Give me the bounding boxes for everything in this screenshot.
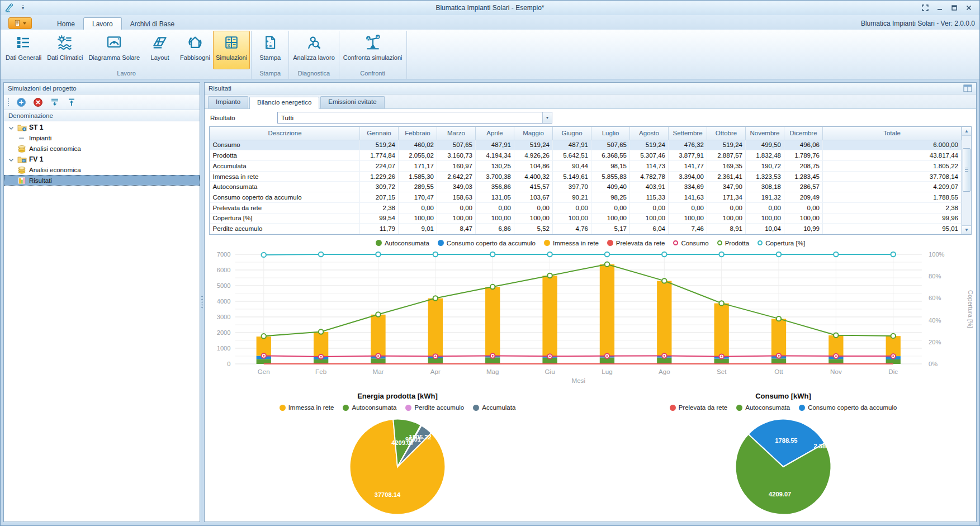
ribbon-button-fabbisogni[interactable]: Fabbisogni bbox=[177, 31, 213, 69]
cell-value: 403,91 bbox=[630, 182, 669, 192]
panel-layout-icon[interactable] bbox=[963, 84, 972, 92]
table-row-accumulata[interactable]: Accumulata224,07171,17160,97130,25104,86… bbox=[210, 160, 962, 171]
ribbon-tab-archivi-di-base[interactable]: Archivi di Base bbox=[122, 18, 183, 30]
delete-simulation-button[interactable] bbox=[33, 97, 43, 107]
tree-item-analisi-economica[interactable]: Analisi economica bbox=[4, 143, 200, 154]
maximize-button[interactable] bbox=[950, 4, 958, 11]
ribbon-button-simulazioni[interactable]: +−x=Simulazioni bbox=[213, 31, 250, 69]
ribbon-tab-lavoro[interactable]: Lavoro bbox=[83, 17, 122, 30]
column-header-giugno[interactable]: Giugno bbox=[553, 127, 591, 140]
application-menu-button[interactable] bbox=[8, 17, 32, 29]
tree-item-analisi-economica[interactable]: Analisi economica bbox=[4, 164, 200, 175]
column-header-gennaio[interactable]: Gennaio bbox=[360, 127, 399, 140]
result-filter-dropdown[interactable]: Tutti ▼ bbox=[277, 112, 552, 124]
cell-value: 415,57 bbox=[514, 182, 553, 192]
compare-icon: AB bbox=[364, 34, 381, 53]
table-row-perdite-accumulo[interactable]: Perdite accumulo11,799,018,476,865,524,7… bbox=[210, 224, 962, 234]
ribbon-button-stampa[interactable]: + -x =Stampa bbox=[253, 31, 287, 69]
move-down-button[interactable] bbox=[50, 97, 60, 107]
scroll-up-icon[interactable]: ▲ bbox=[962, 127, 971, 136]
toolbar-grip[interactable] bbox=[7, 98, 10, 107]
tree-expander-icon[interactable] bbox=[7, 155, 15, 163]
fullscreen-button[interactable] bbox=[921, 4, 929, 11]
cell-value: 8,47 bbox=[437, 224, 476, 234]
scrollbar-thumb[interactable] bbox=[963, 148, 970, 192]
tree-item-risultati[interactable]: Risultati bbox=[4, 175, 200, 186]
cell-value: 5.855,83 bbox=[591, 171, 630, 182]
table-row-autoconsumata[interactable]: Autoconsumata309,72289,55349,03356,86415… bbox=[210, 182, 962, 192]
row-label: Prodotta bbox=[210, 150, 360, 161]
ribbon-tab-home[interactable]: Home bbox=[49, 18, 83, 30]
table-row-consumo[interactable]: Consumo519,24460,02507,65487,91519,24487… bbox=[210, 140, 962, 150]
ribbon-button-layout[interactable]: Layout bbox=[143, 31, 177, 69]
dropdown-arrow-icon[interactable]: ▼ bbox=[542, 112, 552, 123]
tree-item-fv-1[interactable]: FV 1 bbox=[4, 154, 200, 164]
table-row-consumo-coperto-da-accumulo[interactable]: Consumo coperto da accumulo207,15170,471… bbox=[210, 192, 962, 203]
column-header-descrizione[interactable]: Descrizione bbox=[210, 127, 360, 140]
legend-item-immessa-in-rete: Immessa in rete bbox=[544, 240, 599, 247]
table-row-prodotta[interactable]: Prodotta1.774,842.055,023.160,734.194,34… bbox=[210, 150, 962, 161]
svg-text:Mesi: Mesi bbox=[571, 377, 585, 384]
column-header-dicembre[interactable]: Dicembre bbox=[784, 127, 823, 140]
minimize-button[interactable] bbox=[936, 4, 944, 11]
column-header-novembre[interactable]: Novembre bbox=[746, 127, 784, 140]
column-header-marzo[interactable]: Marzo bbox=[437, 127, 476, 140]
row-total: 43.817,44 bbox=[823, 150, 962, 161]
cell-value: 100,00 bbox=[784, 213, 823, 224]
cell-value: 10,04 bbox=[746, 224, 784, 234]
column-header-ottobre[interactable]: Ottobre bbox=[707, 127, 746, 140]
legend-label: Consumo coperto da accumulo bbox=[808, 404, 897, 411]
cell-value: 286,57 bbox=[784, 182, 823, 192]
tree-column-header[interactable]: Denominazione bbox=[4, 110, 200, 121]
move-top-button[interactable] bbox=[67, 97, 77, 107]
tree-expander-icon[interactable] bbox=[7, 124, 15, 131]
legend-label: Prelevata da rete bbox=[616, 240, 665, 247]
cell-value: 170,47 bbox=[399, 192, 437, 203]
scroll-down-icon[interactable]: ▼ bbox=[962, 225, 971, 234]
tree-item-label: Analisi economica bbox=[29, 145, 81, 152]
column-header-agosto[interactable]: Agosto bbox=[630, 127, 669, 140]
column-header-febbraio[interactable]: Febbraio bbox=[399, 127, 437, 140]
cell-value: 3.700,38 bbox=[476, 171, 514, 182]
column-header-luglio[interactable]: Luglio bbox=[591, 127, 630, 140]
cell-value: 90,21 bbox=[553, 192, 591, 203]
cell-value: 519,24 bbox=[707, 140, 746, 150]
table-row-prelevata-da-rete[interactable]: Prelevata da rete2,380,000,000,000,000,0… bbox=[210, 202, 962, 213]
results-panel: Risultati ImpiantoBilancio energeticoEmi… bbox=[204, 82, 977, 522]
ribbon-button-analizza-lavoro[interactable]: Analizza lavoro bbox=[290, 31, 338, 69]
cell-value: 0,00 bbox=[553, 202, 591, 213]
panel-splitter[interactable] bbox=[200, 82, 204, 522]
cell-value: 507,65 bbox=[437, 140, 476, 150]
cell-value: 3.160,73 bbox=[437, 150, 476, 161]
column-header-maggio[interactable]: Maggio bbox=[514, 127, 553, 140]
pie-slice-label: 4209.07 bbox=[769, 491, 791, 497]
tab-emissioni-evitate[interactable]: Emissioni evitate bbox=[320, 96, 384, 108]
table-row-immessa-in-rete[interactable]: Immessa in rete1.229,261.585,302.642,273… bbox=[210, 171, 962, 182]
ribbon-group-confronti: ABConfronta simulazioniConfronti bbox=[339, 31, 407, 79]
column-header-totale[interactable]: Totale bbox=[823, 127, 962, 140]
ribbon-button-dati-climatici[interactable]: Dati Climatici bbox=[44, 31, 86, 69]
legend-marker-icon bbox=[376, 240, 382, 246]
cell-value: 1.832,48 bbox=[746, 150, 784, 161]
ribbon-button-diagramma-solare[interactable]: Diagramma Solare bbox=[86, 31, 143, 69]
svg-text:x: x bbox=[228, 42, 231, 48]
ribbon-button-confronta-simulazioni[interactable]: ABConfronta simulazioni bbox=[340, 31, 405, 69]
cell-value: 308,18 bbox=[746, 182, 784, 192]
close-button[interactable] bbox=[965, 4, 973, 11]
add-simulation-button[interactable] bbox=[16, 97, 26, 107]
column-header-aprile[interactable]: Aprile bbox=[476, 127, 514, 140]
cell-value: 5,17 bbox=[591, 224, 630, 234]
tab-bilancio-energetico[interactable]: Bilancio energetico bbox=[249, 97, 319, 109]
column-header-settembre[interactable]: Settembre bbox=[669, 127, 707, 140]
ribbon-button-dati-generali[interactable]: Dati Generali bbox=[3, 31, 44, 69]
tree-item-impianti[interactable]: Impianti bbox=[4, 132, 200, 143]
tab-impianto[interactable]: Impianto bbox=[208, 96, 248, 108]
svg-text:3000: 3000 bbox=[217, 314, 231, 320]
table-row-copertura[interactable]: Copertura [%]99,54100,00100,00100,00100,… bbox=[210, 213, 962, 224]
table-scrollbar[interactable]: ▲ ▼ bbox=[962, 127, 971, 234]
cell-value: 496,06 bbox=[784, 140, 823, 150]
cell-value: 0,00 bbox=[784, 202, 823, 213]
project-tree: ST 1ImpiantiAnalisi economicaFV 1Analisi… bbox=[4, 121, 200, 522]
tree-item-st-1[interactable]: ST 1 bbox=[4, 122, 200, 132]
result-filter-value: Tutti bbox=[281, 115, 293, 121]
